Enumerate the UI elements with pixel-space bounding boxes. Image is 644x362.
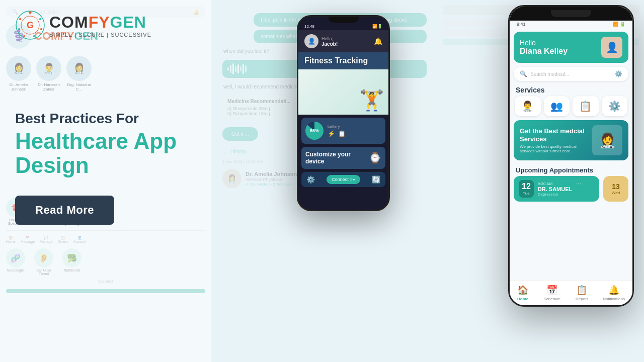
health-notch [510,7,632,21]
svg-point-6 [23,35,25,37]
wristband-icon: ⌚ [369,152,381,164]
appointment-card-main[interactable]: 12 Tue 9:30 AM DR. SAMUEL Depression ··· [514,176,599,202]
appointment-info: 9:30 AM DR. SAMUEL Depression [538,182,572,197]
svg-point-2 [29,12,32,14]
health-search-bar[interactable]: 🔍 Search medical... ⚙️ [514,67,628,81]
svg-point-3 [39,18,41,20]
service-btn-settings[interactable]: ⚙️ [602,96,628,116]
fitness-image-area [298,69,388,115]
appointments-title: Upcoming Appointments [510,164,632,176]
phones-section: 12:48 📶🔋 👤 Hello, Jacob! 🔔 Fitness Track… [221,0,644,362]
connect-bar: ⚙️ Connect »» 🔄 [301,172,385,187]
fitness-bell-icon[interactable]: 🔔 [374,37,382,45]
appointment-menu-dots[interactable]: ··· [576,180,581,187]
banner-doctor-image: 👩‍⚕️ [592,125,622,155]
schedule-icon: 📅 [546,285,557,296]
headline-area: Best Practices For Healthcare App Design [15,111,206,178]
fitness-user: 👤 Hello, Jacob! [304,34,338,48]
health-nav-schedule[interactable]: 📅 Schedule [544,285,560,301]
read-more-button[interactable]: Read More [15,196,114,225]
refresh-icon[interactable]: 🔄 [372,175,380,184]
logo-text-block: COMFYGEN SIMPLE | SECURE | SUCCESSIVE [49,13,151,38]
health-hello-text: Hello Diana Kelley [520,39,568,56]
health-indicators: 📶 🔋 [613,22,625,27]
fitness-title: Fitness Tracking [304,56,382,65]
fitness-header: 👤 Hello, Jacob! 🔔 [298,30,388,52]
health-status-bar: 9:41 📶 🔋 [510,21,632,28]
services-title: Services [510,84,632,96]
svg-point-8 [19,18,21,20]
search-icon: 🔍 [520,70,527,77]
gear-icon[interactable]: ⚙️ [306,175,315,184]
health-time: 9:41 [517,22,526,27]
service-btn-doctor[interactable]: 👨‍⚕️ [515,96,541,116]
health-banner-text: Get the Best medcial Services We provide… [520,127,588,153]
logo-name: COMFYGEN [49,13,151,32]
report-icon: 📋 [576,285,587,296]
appointment-date: 12 Tue [519,180,534,198]
battery-circle: 86% [305,122,324,140]
fitness-title-section: Fitness Tracking [298,52,388,69]
search-placeholder: Search medical... [530,71,612,77]
health-promo-banner: Get the Best medcial Services We provide… [514,120,628,160]
customize-text: Customize your device [305,151,369,165]
banner-title: Get the Best medcial Services [520,127,588,143]
appointments-cards: 12 Tue 9:30 AM DR. SAMUEL Depression ···… [510,176,632,202]
logo-area: G COMFYGEN SIMPLE | SECURE | SUCCESSIVE [15,10,206,40]
health-user-avatar: 👤 [601,37,622,58]
service-btn-report[interactable]: 📋 [573,96,599,116]
fitness-signal: 📶🔋 [372,24,382,29]
battery-info: battery ⚡ 📋 [328,124,346,137]
banner-subtitle: We provide best quality medical services… [520,144,588,153]
logo-tagline: SIMPLE | SECURE | SUCCESSIVE [49,32,151,38]
connect-button[interactable]: Connect »» [327,175,360,184]
services-grid: 👨‍⚕️ 👥 📋 ⚙️ [510,96,632,116]
headline-subtitle: Best Practices For [15,111,206,127]
service-btn-group[interactable]: 👥 [544,96,570,116]
svg-point-5 [33,35,35,37]
appointment-card-next[interactable]: 13 Wed [603,176,628,202]
fitness-avatar: 👤 [304,34,318,48]
phone-fitness-tracker: 12:48 📶🔋 👤 Hello, Jacob! 🔔 Fitness Track… [297,15,390,211]
health-nav-notifications[interactable]: 🔔 Notifications [603,285,625,301]
left-section: G COMFYGEN SIMPLE | SECURE | SUCCESSIVE … [0,0,221,362]
main-content: G COMFYGEN SIMPLE | SECURE | SUCCESSIVE … [0,0,644,362]
filter-icon[interactable]: ⚙️ [615,70,622,77]
fitness-notch [329,17,359,23]
svg-point-7 [18,28,20,30]
fitness-time: 12:48 [304,24,314,29]
fitness-status-bar: 12:48 📶🔋 [298,23,388,30]
customize-widget: Customize your device ⌚ [301,147,385,169]
health-hello-card: Hello Diana Kelley 👤 [514,32,628,63]
battery-widget: 86% battery ⚡ 📋 [301,118,385,144]
fitness-hello: Hello, [321,36,338,41]
logo-icon: G [15,10,45,40]
svg-point-4 [40,28,42,30]
health-username: Diana Kelley [520,47,568,56]
health-notch-inner [551,10,591,17]
health-nav-home[interactable]: 🏠 Home [517,285,528,301]
home-icon: 🏠 [517,285,528,296]
health-greeting: Hello [520,39,568,47]
notifications-icon: 🔔 [608,285,619,296]
svg-text:G: G [27,20,34,30]
health-bottom-nav: 🏠 Home 📅 Schedule 📋 Report 🔔 Notificatio… [510,280,632,305]
headline-main: Healthcare App Design [15,129,206,178]
phone-health-app: 9:41 📶 🔋 Hello Diana Kelley 👤 🔍 Search m… [508,5,634,307]
fitness-username: Jacob! [321,41,338,47]
health-nav-report[interactable]: 📋 Report [576,285,588,301]
